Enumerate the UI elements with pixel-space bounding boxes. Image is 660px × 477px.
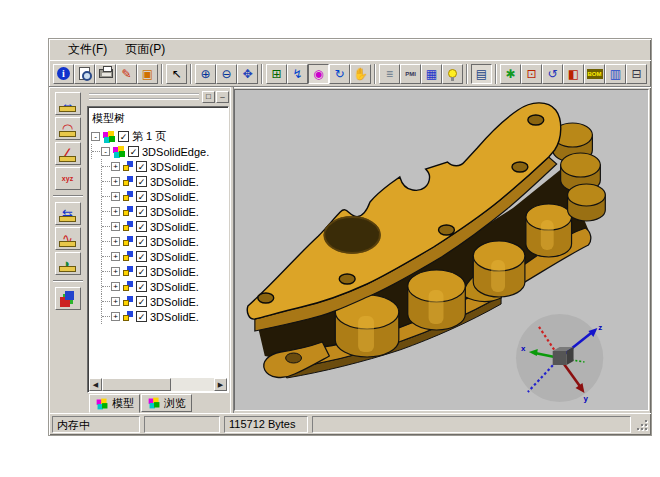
measure-area-button[interactable]: ◗ (55, 252, 81, 275)
tree-hscrollbar[interactable]: ◀ ▶ (89, 378, 227, 391)
tree-node-label[interactable]: 第 1 页 (132, 129, 166, 144)
measure-angle-button[interactable]: ∠ (55, 142, 81, 165)
expand-icon[interactable]: + (111, 312, 120, 321)
about-info-button[interactable]: i (53, 64, 74, 84)
tree-node-label[interactable]: 3DSolidE. (150, 221, 199, 233)
pan-hand-button[interactable]: ✋ (350, 64, 371, 84)
visibility-checkbox[interactable]: ✓ (136, 251, 147, 262)
visibility-checkbox[interactable]: ✓ (136, 266, 147, 277)
expand-icon[interactable]: + (111, 252, 120, 261)
scroll-track[interactable] (102, 378, 214, 391)
rotate-center-button[interactable]: ◉ (308, 64, 329, 84)
scroll-thumb[interactable] (102, 378, 171, 391)
pmi-toggle-button[interactable]: PMI (400, 64, 421, 84)
tree-row[interactable]: +✓3DSolidE. (91, 264, 228, 279)
resize-grip[interactable] (635, 418, 648, 431)
select-cursor-button[interactable]: ↖ (166, 64, 187, 84)
measure-distance-button[interactable]: ⇆ (55, 202, 81, 225)
measure-volume-button[interactable] (55, 287, 81, 310)
collapse-icon[interactable]: - (101, 147, 110, 156)
expand-icon[interactable]: + (111, 237, 120, 246)
visibility-checkbox[interactable]: ✓ (136, 236, 147, 247)
tree-row[interactable]: +✓3DSolidE. (91, 279, 228, 294)
menu-file[interactable]: 文件(F) (59, 39, 116, 60)
bom-table-button[interactable]: BOM (584, 64, 605, 84)
tree-node-label[interactable]: 3DSolidE. (150, 266, 199, 278)
expand-icon[interactable]: + (111, 222, 120, 231)
visibility-checkbox[interactable]: ✓ (136, 221, 147, 232)
zoom-out-button[interactable]: ⊖ (216, 64, 237, 84)
tree-row[interactable]: +✓3DSolidE. (91, 189, 228, 204)
tree-node-label[interactable]: 3DSolidE. (150, 236, 199, 248)
menu-page[interactable]: 页面(P) (116, 39, 174, 60)
measure-curve-button[interactable]: ∿ (55, 227, 81, 250)
structure-tree-button[interactable]: ⊟ (626, 64, 647, 84)
assembly-tree-button[interactable]: ✱ (500, 64, 521, 84)
notebook-panel-button[interactable]: ▤ (471, 64, 492, 84)
visibility-checkbox[interactable]: ✓ (136, 296, 147, 307)
panel-minimize-button[interactable]: – (216, 91, 229, 103)
tree-node-label[interactable]: 3DSolidE. (150, 251, 199, 263)
tree-node-label[interactable]: 3DSolidE. (150, 281, 199, 293)
expand-icon[interactable]: + (111, 297, 120, 306)
tree-node-label[interactable]: 3DSolidE. (150, 296, 199, 308)
tree-node-label[interactable]: 3DSolidE. (150, 176, 199, 188)
pan-axes-button[interactable]: ✥ (237, 64, 258, 84)
viewport-3d[interactable]: z x y (234, 89, 649, 411)
update-view-button[interactable]: ↺ (542, 64, 563, 84)
zoom-in-button[interactable]: ⊕ (195, 64, 216, 84)
visibility-checkbox[interactable]: ✓ (118, 131, 129, 142)
expand-icon[interactable]: + (111, 282, 120, 291)
visibility-checkbox[interactable]: ✓ (128, 146, 139, 157)
expand-icon[interactable]: + (111, 207, 120, 216)
visibility-checkbox[interactable]: ✓ (136, 281, 147, 292)
visibility-checkbox[interactable]: ✓ (136, 311, 147, 322)
tree-row[interactable]: +✓3DSolidE. (91, 309, 228, 324)
tree-row[interactable]: -✓第 1 页 (91, 129, 228, 144)
visibility-checkbox[interactable]: ✓ (136, 176, 147, 187)
zoom-dynamic-button[interactable]: ↯ (287, 64, 308, 84)
panel-restore-button[interactable]: □ (202, 91, 215, 103)
tree-row[interactable]: +✓3DSolidE. (91, 204, 228, 219)
tree-row[interactable]: +✓3DSolidE. (91, 219, 228, 234)
move-part-button[interactable]: ⊡ (521, 64, 542, 84)
light-toggle-button[interactable] (442, 64, 463, 84)
tree-row[interactable]: -✓3DSolidEdge. (91, 144, 228, 159)
zoom-window-button[interactable]: ⊞ (266, 64, 287, 84)
visibility-checkbox[interactable]: ✓ (136, 191, 147, 202)
tree-row[interactable]: +✓3DSolidE. (91, 234, 228, 249)
spin-view-button[interactable]: ↻ (329, 64, 350, 84)
expand-icon[interactable]: + (111, 192, 120, 201)
tree-node-label[interactable]: 3DSolidE. (150, 161, 199, 173)
render-layers-button[interactable]: ≡ (379, 64, 400, 84)
expand-icon[interactable]: + (111, 177, 120, 186)
tree-node-label[interactable]: 3DSolidE. (150, 191, 199, 203)
markup-pen-button[interactable]: ✎ (116, 64, 137, 84)
tree-node-label[interactable]: 3DSolidEdge. (142, 146, 209, 158)
coordinate-point-button[interactable]: xyz (55, 167, 81, 190)
measure-radius-button[interactable]: ◠ (55, 117, 81, 140)
scroll-left-button[interactable]: ◀ (89, 378, 102, 391)
visibility-checkbox[interactable]: ✓ (136, 206, 147, 217)
scroll-right-button[interactable]: ▶ (214, 378, 227, 391)
view-cube-button[interactable]: ▦ (421, 64, 442, 84)
tree-row[interactable]: +✓3DSolidE. (91, 159, 228, 174)
visibility-checkbox[interactable]: ✓ (136, 161, 147, 172)
measure-horizontal-button[interactable]: ↔ (55, 92, 81, 115)
tree-row[interactable]: +✓3DSolidE. (91, 249, 228, 264)
tab-browse[interactable]: 浏览 (141, 394, 192, 412)
tree-row[interactable]: +✓3DSolidE. (91, 294, 228, 309)
nav-sphere[interactable]: z x y (516, 314, 603, 403)
expand-icon[interactable]: + (111, 162, 120, 171)
report-view-button[interactable]: ▥ (605, 64, 626, 84)
export-snapshot-button[interactable]: ▣ (137, 64, 158, 84)
expand-icon[interactable]: + (111, 267, 120, 276)
tree-row[interactable]: +✓3DSolidE. (91, 174, 228, 189)
tree-node-label[interactable]: 3DSolidE. (150, 206, 199, 218)
open-preview-button[interactable] (74, 64, 95, 84)
explode-view-button[interactable]: ◧ (563, 64, 584, 84)
tree-node-label[interactable]: 3DSolidE. (150, 311, 199, 323)
print-button[interactable] (95, 64, 116, 84)
panel-gripper[interactable] (89, 93, 199, 100)
collapse-icon[interactable]: - (91, 132, 100, 141)
